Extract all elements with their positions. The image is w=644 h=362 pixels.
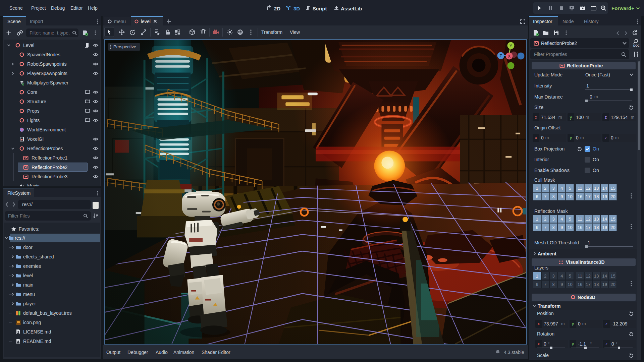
svg-text:DOC: DOC (633, 44, 640, 47)
svg-text:Z: Z (499, 54, 502, 58)
svg-text:X: X (508, 54, 511, 59)
svg-text:Y: Y (509, 44, 512, 48)
